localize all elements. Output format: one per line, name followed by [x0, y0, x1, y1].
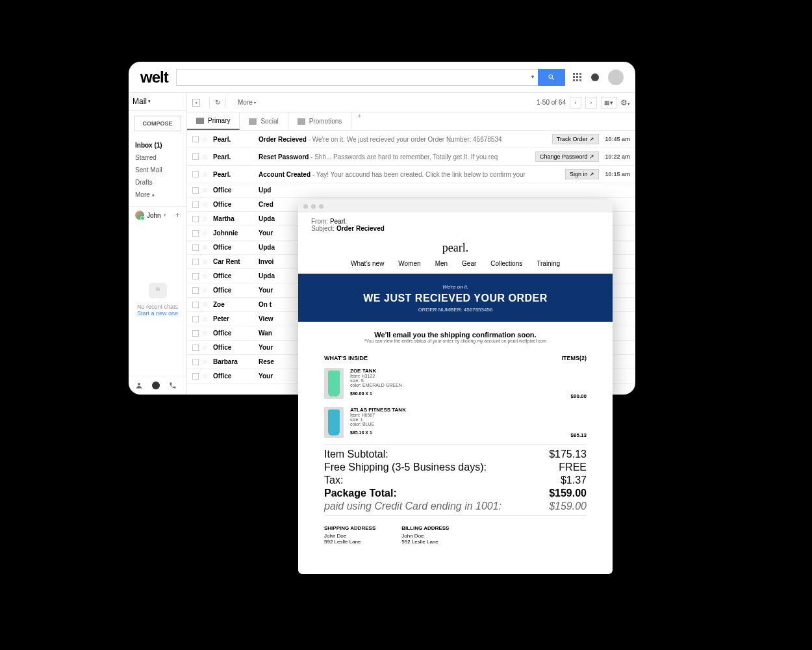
search-dropdown-icon[interactable]: ▼	[527, 69, 538, 86]
message-action-button[interactable]: Sign in ↗	[565, 169, 599, 179]
message-checkbox[interactable]	[192, 171, 199, 177]
star-icon[interactable]: ☆	[202, 330, 208, 337]
star-icon[interactable]: ☆	[202, 201, 208, 208]
folder-drafts[interactable]: Drafts	[135, 176, 180, 188]
message-row[interactable]: ☆ Pearl. Order Recieved - We're on it, W…	[187, 131, 635, 148]
tab-promotions[interactable]: Promotions	[288, 112, 352, 130]
user-avatar-icon	[135, 211, 144, 220]
view-toggle[interactable]: ▦▾	[601, 97, 616, 109]
notifications-icon[interactable]	[591, 73, 599, 81]
next-page-button[interactable]: ›	[585, 97, 597, 109]
tab-social[interactable]: Social	[240, 112, 288, 130]
star-icon[interactable]: ☆	[202, 272, 208, 280]
profile-avatar[interactable]	[608, 70, 624, 85]
star-icon[interactable]: ☆	[202, 215, 208, 222]
hangouts-icon[interactable]	[152, 382, 160, 389]
message-checkbox[interactable]	[192, 136, 199, 142]
message-checkbox[interactable]	[192, 244, 199, 251]
message-row[interactable]: ☆ Office Upd	[187, 183, 635, 198]
search-button[interactable]	[538, 69, 565, 86]
star-icon[interactable]: ☆	[202, 315, 208, 322]
item-color: color: EMERALD GREEN	[350, 383, 565, 387]
folder-inbox[interactable]: Inbox (1)	[135, 139, 180, 151]
mail-dropdown[interactable]: Mail ▾	[133, 97, 151, 106]
message-checkbox[interactable]	[192, 202, 199, 208]
folder-sent[interactable]: Sent Mail	[135, 164, 180, 176]
add-tab-button[interactable]: +	[351, 112, 367, 130]
total-value: $159.00	[549, 488, 587, 499]
message-checkbox[interactable]	[192, 287, 199, 294]
search-input[interactable]	[176, 69, 527, 86]
star-icon[interactable]: ☆	[202, 187, 208, 194]
message-checkbox[interactable]	[192, 302, 199, 308]
more-dropdown[interactable]: More ▾	[238, 99, 256, 106]
total-label: Item Subtotal:	[324, 448, 388, 460]
message-sender: Office	[213, 201, 259, 208]
folder-starred[interactable]: Starred	[135, 151, 180, 164]
message-row[interactable]: ☆ Pearl. Account Created - Yay! Your acc…	[187, 166, 635, 183]
add-user-icon[interactable]: +	[175, 211, 180, 220]
star-icon[interactable]: ☆	[202, 229, 208, 237]
email-totals: Item Subtotal:$175.13Free Shipping (3-5 …	[298, 448, 613, 513]
star-icon[interactable]: ☆	[202, 358, 208, 365]
tab-primary[interactable]: Primary	[187, 112, 240, 130]
message-checkbox[interactable]	[192, 344, 199, 351]
star-icon[interactable]: ☆	[202, 301, 208, 308]
message-checkbox[interactable]	[192, 359, 199, 365]
star-icon[interactable]: ☆	[202, 287, 208, 294]
email-nav-link[interactable]: Women	[398, 260, 420, 267]
item-qty: $90.00 X 1	[350, 391, 565, 396]
email-nav-link[interactable]: Men	[435, 260, 448, 267]
message-checkbox[interactable]	[192, 187, 199, 194]
start-chat-link[interactable]: Start a new one	[137, 310, 178, 317]
people-icon	[249, 118, 257, 125]
message-sender: Office	[213, 287, 259, 294]
window-minimize-icon[interactable]	[311, 204, 316, 209]
message-checkbox[interactable]	[192, 153, 199, 160]
folder-more[interactable]: More ▾	[135, 188, 180, 201]
hero-tagline: We're on it.	[298, 284, 613, 290]
phone-icon[interactable]	[169, 382, 177, 389]
email-nav-link[interactable]: Training	[537, 260, 560, 267]
prev-page-button[interactable]: ‹	[570, 97, 581, 109]
message-action-button[interactable]: Track Order ↗	[552, 134, 599, 144]
star-icon[interactable]: ☆	[202, 344, 208, 351]
star-icon[interactable]: ☆	[202, 153, 208, 161]
email-nav-link[interactable]: Collections	[490, 260, 522, 267]
message-checkbox[interactable]	[192, 330, 199, 337]
window-close-icon[interactable]	[303, 204, 308, 209]
email-hero: We're on it. WE JUST RECIEVED YOUR ORDER…	[298, 274, 613, 322]
star-icon[interactable]: ☆	[202, 171, 208, 178]
settings-icon[interactable]: ⚙▾	[620, 98, 630, 107]
user-row[interactable]: John ▾ +	[129, 206, 186, 224]
whats-inside-label: WHAT'S INSIDE	[324, 355, 368, 361]
message-checkbox[interactable]	[192, 316, 199, 322]
select-all-checkbox[interactable]: ▾	[192, 99, 200, 107]
compose-button[interactable]: COMPOSE	[134, 116, 181, 131]
message-content: Account Created - Yay! Your accound has …	[259, 171, 561, 178]
refresh-icon[interactable]: ↻	[215, 99, 220, 106]
star-icon[interactable]: ☆	[202, 372, 208, 380]
hero-order-number: ORDER NUMBER: 4567853456	[298, 307, 613, 313]
message-action-button[interactable]: Change Password ↗	[535, 151, 599, 162]
items-count-label: ITEMS(2)	[561, 355, 587, 361]
person-icon[interactable]	[135, 382, 143, 389]
apps-icon[interactable]	[573, 73, 582, 82]
email-nav-link[interactable]: Gear	[462, 260, 476, 267]
message-checkbox[interactable]	[192, 373, 199, 380]
message-checkbox[interactable]	[192, 216, 199, 222]
message-sender: Pearl.	[213, 136, 259, 143]
item-details: ATLAS FITNESS TANK Item: H6567 size: L c…	[350, 407, 565, 438]
star-icon[interactable]: ☆	[202, 244, 208, 251]
message-checkbox[interactable]	[192, 273, 199, 280]
billing-title: BILLING ADDRESS	[401, 525, 449, 531]
star-icon[interactable]: ☆	[202, 136, 208, 143]
email-preview-window: From: Pearl. Subject: Order Recieved pea…	[298, 200, 613, 574]
message-checkbox[interactable]	[192, 259, 199, 265]
window-maximize-icon[interactable]	[319, 204, 324, 209]
email-nav-link[interactable]: What's new	[351, 260, 384, 267]
message-checkbox[interactable]	[192, 230, 199, 237]
item-sku: Item: H6567	[350, 413, 565, 417]
message-row[interactable]: ☆ Pearl. Reset Password - Shh... Passwor…	[187, 148, 635, 166]
star-icon[interactable]: ☆	[202, 258, 208, 265]
